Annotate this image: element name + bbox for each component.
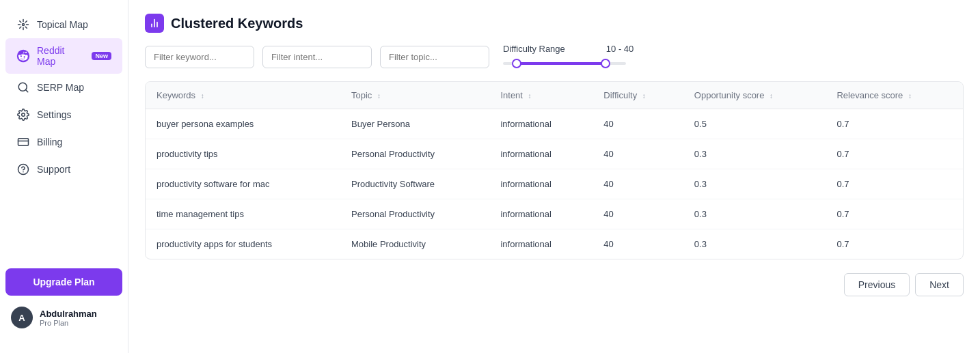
difficulty-value: 10 - 40 (606, 44, 634, 54)
sidebar-item-label: SERP Map (37, 82, 84, 93)
table-row: time management tips Personal Productivi… (146, 199, 963, 229)
cell-relevance-score: 0.7 (826, 169, 963, 199)
user-details: Abdulrahman Pro Plan (40, 309, 97, 327)
sidebar-item-label: Reddit Map (37, 45, 82, 67)
user-info: A Abdulrahman Pro Plan (5, 304, 122, 331)
user-name: Abdulrahman (40, 309, 97, 319)
cell-difficulty: 40 (593, 199, 683, 229)
page-title: Clustered Keywords (171, 16, 303, 31)
sort-icon-keywords: ↕ (201, 92, 204, 100)
cell-relevance-score: 0.7 (826, 109, 963, 139)
cell-relevance-score: 0.7 (826, 139, 963, 169)
cell-intent: informational (489, 229, 593, 259)
cell-intent: informational (489, 199, 593, 229)
cell-difficulty: 40 (593, 169, 683, 199)
sort-icon-relevance: ↕ (908, 92, 912, 100)
cell-topic: Productivity Software (340, 169, 489, 199)
intent-filter-input[interactable] (262, 46, 372, 68)
cell-topic: Mobile Productivity (340, 229, 489, 259)
svg-point-4 (22, 113, 25, 117)
main-content: Clustered Keywords Difficulty Range 10 -… (128, 0, 980, 353)
table-row: productivity tips Personal Productivity … (146, 139, 963, 169)
avatar: A (11, 307, 33, 328)
filters-row: Difficulty Range 10 - 40 (145, 44, 964, 70)
cell-intent: informational (489, 169, 593, 199)
svg-rect-5 (18, 139, 29, 146)
range-thumb-right[interactable] (601, 59, 610, 68)
col-intent[interactable]: Intent ↕ (489, 82, 593, 109)
sort-icon-intent: ↕ (528, 92, 532, 100)
cell-intent: informational (489, 139, 593, 169)
difficulty-range-wrapper: Difficulty Range 10 - 40 (503, 44, 634, 70)
sidebar-item-label: Billing (37, 137, 62, 147)
range-thumb-left[interactable] (512, 59, 521, 68)
keywords-table-wrapper: Keywords ↕ Topic ↕ Intent ↕ Difficulty ↕ (145, 81, 964, 259)
new-badge: New (92, 52, 111, 60)
col-opportunity-score[interactable]: Opportunity score ↕ (683, 82, 826, 109)
cell-opportunity-score: 0.3 (683, 169, 826, 199)
pagination-row: Previous Next (145, 270, 964, 299)
user-plan: Pro Plan (40, 319, 97, 327)
cell-keyword: productivity software for mac (146, 169, 340, 199)
col-keywords[interactable]: Keywords ↕ (146, 82, 340, 109)
table-header-row: Keywords ↕ Topic ↕ Intent ↕ Difficulty ↕ (146, 82, 963, 109)
table-row: buyer persona examples Buyer Persona inf… (146, 109, 963, 139)
topic-filter-input[interactable] (380, 46, 489, 68)
cell-opportunity-score: 0.3 (683, 229, 826, 259)
sidebar-item-billing[interactable]: Billing (5, 128, 122, 156)
cell-keyword: productivity tips (146, 139, 340, 169)
settings-icon (16, 108, 30, 122)
keywords-table: Keywords ↕ Topic ↕ Intent ↕ Difficulty ↕ (146, 82, 963, 259)
cell-topic: Personal Productivity (340, 139, 489, 169)
cell-intent: informational (489, 109, 593, 139)
cell-keyword: time management tips (146, 199, 340, 229)
sidebar-item-reddit-map[interactable]: Reddit Map New (5, 38, 122, 74)
table-row: productivity apps for students Mobile Pr… (146, 229, 963, 259)
page-header: Clustered Keywords (145, 14, 964, 33)
range-fill (515, 62, 608, 65)
cell-opportunity-score: 0.3 (683, 139, 826, 169)
sort-icon-opportunity: ↕ (770, 92, 773, 100)
cell-opportunity-score: 0.3 (683, 199, 826, 229)
difficulty-label-row: Difficulty Range 10 - 40 (503, 44, 634, 54)
svg-line-3 (25, 89, 27, 91)
sidebar-item-topical-map[interactable]: Topical Map (5, 11, 122, 38)
cell-difficulty: 40 (593, 229, 683, 259)
sidebar-item-label: Topical Map (37, 19, 88, 30)
sidebar-bottom: Upgrade Plan A Abdulrahman Pro Plan (0, 257, 128, 342)
table-body: buyer persona examples Buyer Persona inf… (146, 109, 963, 259)
sidebar-item-settings[interactable]: Settings (5, 101, 122, 128)
cell-topic: Personal Productivity (340, 199, 489, 229)
col-topic[interactable]: Topic ↕ (340, 82, 489, 109)
cell-keyword: productivity apps for students (146, 229, 340, 259)
keyword-filter-input[interactable] (145, 46, 254, 68)
sidebar-item-label: Support (37, 164, 70, 175)
search-icon (16, 81, 30, 94)
sidebar: Topical Map Reddit Map New SERP Map Sett… (0, 0, 128, 353)
sidebar-item-support[interactable]: Support (5, 156, 122, 183)
cell-difficulty: 40 (593, 139, 683, 169)
col-relevance-score[interactable]: Relevance score ↕ (826, 82, 963, 109)
table-row: productivity software for mac Productivi… (146, 169, 963, 199)
sort-icon-topic: ↕ (377, 92, 381, 100)
map-icon (16, 18, 30, 31)
cell-relevance-score: 0.7 (826, 229, 963, 259)
billing-icon (16, 135, 30, 149)
range-slider[interactable] (503, 57, 626, 70)
next-button[interactable]: Next (915, 273, 964, 296)
upgrade-plan-button[interactable]: Upgrade Plan (5, 268, 122, 296)
reddit-icon (16, 49, 30, 63)
col-difficulty[interactable]: Difficulty ↕ (593, 82, 683, 109)
sort-icon-difficulty: ↕ (642, 92, 646, 100)
sidebar-item-serp-map[interactable]: SERP Map (5, 74, 122, 101)
difficulty-label: Difficulty Range (503, 44, 565, 54)
cell-keyword: buyer persona examples (146, 109, 340, 139)
cell-difficulty: 40 (593, 109, 683, 139)
cell-relevance-score: 0.7 (826, 199, 963, 229)
chart-icon (145, 14, 164, 33)
cell-topic: Buyer Persona (340, 109, 489, 139)
support-icon (16, 163, 30, 176)
cell-opportunity-score: 0.5 (683, 109, 826, 139)
svg-point-0 (23, 24, 25, 26)
previous-button[interactable]: Previous (844, 273, 910, 296)
